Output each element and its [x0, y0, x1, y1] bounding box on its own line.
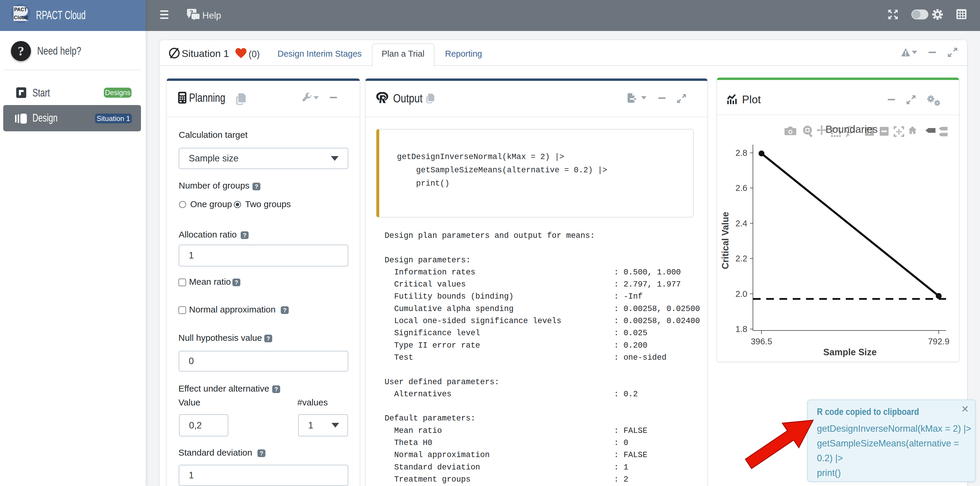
- svg-text:Sample Size: Sample Size: [823, 347, 877, 357]
- svg-text:792.9: 792.9: [928, 337, 950, 346]
- svg-text:2.2: 2.2: [735, 254, 747, 263]
- svg-text:396.5: 396.5: [751, 337, 772, 346]
- svg-text:1.8: 1.8: [735, 324, 747, 334]
- svg-text:Critical Value: Critical Value: [720, 212, 730, 269]
- svg-text:2.8: 2.8: [735, 148, 747, 158]
- svg-text:2.0: 2.0: [735, 289, 747, 299]
- svg-text:2.4: 2.4: [735, 219, 747, 228]
- svg-text:2.6: 2.6: [735, 183, 747, 193]
- svg-text:Cloud: Cloud: [14, 15, 28, 20]
- svg-text:PACT: PACT: [14, 7, 27, 12]
